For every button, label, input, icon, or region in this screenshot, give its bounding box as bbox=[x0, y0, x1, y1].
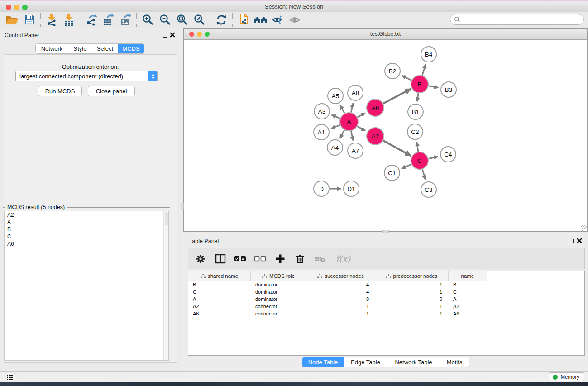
tab-mcds[interactable]: MCDS bbox=[118, 44, 144, 53]
table-cell[interactable]: 1 bbox=[375, 281, 449, 288]
graph-edge-C-C4[interactable] bbox=[429, 157, 438, 159]
graph-node-B1[interactable]: B1 bbox=[408, 104, 423, 119]
graph-node-C3[interactable]: C3 bbox=[421, 182, 436, 197]
window-resize-grip[interactable] bbox=[581, 225, 587, 231]
graph-node-A2[interactable]: A2 bbox=[367, 128, 384, 145]
graph-edge-A-A8[interactable] bbox=[351, 103, 354, 113]
column-header-predecessor-nodes[interactable]: predecessor nodes bbox=[375, 271, 449, 281]
task-history-button[interactable] bbox=[5, 373, 15, 381]
network-canvas[interactable]: B4B2BB3A8A5A6B1A3AC2A1A2A4A7C4CC1C3DD1 bbox=[184, 40, 587, 231]
table-cell[interactable]: connector bbox=[251, 310, 306, 317]
result-list-scrollbar[interactable] bbox=[163, 211, 168, 360]
graph-node-A3[interactable]: A3 bbox=[314, 104, 330, 119]
table-row[interactable]: Cdominator41C bbox=[188, 288, 584, 295]
table-tab-edge-table[interactable]: Edge Table bbox=[344, 357, 387, 367]
table-cell[interactable]: 4 bbox=[306, 281, 375, 288]
table-cell[interactable]: B bbox=[188, 281, 251, 288]
scrollbar-thumb[interactable] bbox=[165, 212, 168, 226]
table-cell[interactable]: 1 bbox=[306, 310, 375, 317]
table-cell[interactable]: 1 bbox=[306, 303, 375, 310]
show-graphics-details-button[interactable] bbox=[287, 13, 304, 27]
result-list-item[interactable]: B bbox=[5, 226, 168, 233]
graph-node-D1[interactable]: D1 bbox=[344, 181, 359, 196]
table-tab-motifs[interactable]: Motifs bbox=[440, 357, 469, 367]
table-cell[interactable]: dominator bbox=[251, 281, 306, 288]
graph-node-C[interactable]: C bbox=[411, 152, 428, 169]
zoom-in-button[interactable] bbox=[139, 13, 156, 27]
graph-edge-A-A2[interactable] bbox=[357, 126, 365, 131]
graph-edge-A-A6[interactable] bbox=[358, 113, 366, 117]
graph-node-A4[interactable]: A4 bbox=[327, 140, 343, 155]
search-field[interactable] bbox=[450, 14, 584, 25]
graph-edge-A2-C[interactable] bbox=[383, 141, 411, 156]
table-tab-node-table[interactable]: Node Table bbox=[302, 357, 344, 367]
select-all-columns-button[interactable] bbox=[234, 252, 247, 266]
import-table-button[interactable] bbox=[60, 13, 77, 27]
graph-node-C2[interactable]: C2 bbox=[407, 124, 423, 139]
import-network-button[interactable] bbox=[43, 13, 60, 27]
close-panel-icon[interactable] bbox=[170, 32, 175, 38]
column-header-successor-nodes[interactable]: successor nodes bbox=[306, 271, 375, 281]
result-list-item[interactable]: A6 bbox=[5, 240, 168, 248]
column-header-shared-name[interactable]: shared name bbox=[188, 271, 251, 281]
network-from-selection-button[interactable] bbox=[235, 13, 252, 27]
delete-table-button[interactable] bbox=[313, 252, 327, 266]
float-panel-icon[interactable] bbox=[163, 33, 167, 38]
split-columns-button[interactable] bbox=[214, 252, 227, 266]
graph-edge-A-A3[interactable] bbox=[332, 115, 340, 118]
graph-node-A8[interactable]: A8 bbox=[348, 85, 363, 100]
zoom-fit-button[interactable] bbox=[173, 13, 191, 27]
column-header-name[interactable]: name bbox=[449, 271, 487, 281]
table-cell[interactable]: 1 bbox=[375, 288, 449, 295]
vertical-split-handle[interactable] bbox=[181, 203, 184, 209]
close-table-panel-icon[interactable] bbox=[577, 238, 582, 244]
result-list-item[interactable]: A2 bbox=[5, 211, 168, 219]
graph-node-B[interactable]: B bbox=[411, 76, 428, 93]
table-cell[interactable]: A6 bbox=[449, 310, 487, 317]
result-list-item[interactable]: C bbox=[5, 233, 168, 240]
graph-node-B3[interactable]: B3 bbox=[441, 82, 456, 97]
table-cell[interactable]: A2 bbox=[188, 303, 251, 310]
table-cell[interactable]: 8 bbox=[306, 295, 375, 303]
horizontal-split-handle[interactable] bbox=[382, 230, 389, 233]
result-list-item[interactable]: A bbox=[5, 219, 168, 226]
unselect-all-columns-button[interactable] bbox=[253, 252, 267, 266]
table-row[interactable]: A6connector11A6 bbox=[188, 310, 584, 317]
zoom-selected-button[interactable] bbox=[191, 13, 208, 27]
tab-network[interactable]: Network bbox=[36, 44, 68, 53]
graph-edge-A-A4[interactable] bbox=[340, 130, 344, 138]
graph-node-C1[interactable]: C1 bbox=[384, 165, 400, 181]
graph-edge-C-C1[interactable] bbox=[402, 164, 411, 169]
graph-edge-A-A7[interactable] bbox=[351, 131, 354, 141]
graph-edge-A-A5[interactable] bbox=[340, 105, 345, 113]
graph-edge-B-B2[interactable] bbox=[402, 76, 411, 80]
graph-edge-A-A1[interactable] bbox=[331, 125, 340, 129]
delete-columns-button[interactable] bbox=[293, 252, 307, 266]
table-cell[interactable]: dominator bbox=[251, 288, 306, 295]
graph-node-D[interactable]: D bbox=[314, 181, 329, 196]
table-cell[interactable]: connector bbox=[251, 303, 306, 310]
table-cell[interactable]: C bbox=[188, 288, 251, 295]
graph-edge-B-B4[interactable] bbox=[422, 64, 426, 76]
export-table-button[interactable] bbox=[100, 13, 117, 27]
export-network-button[interactable] bbox=[82, 13, 100, 27]
network-window-titlebar[interactable]: testGlobe.txt bbox=[184, 29, 587, 40]
graph-node-B2[interactable]: B2 bbox=[385, 63, 400, 79]
memory-button[interactable]: Memory bbox=[549, 372, 584, 381]
run-mcds-button[interactable]: Run MCDS bbox=[38, 86, 82, 96]
table-cell[interactable]: C bbox=[449, 288, 487, 295]
function-builder-button[interactable]: f(x) bbox=[333, 252, 353, 266]
add-column-button[interactable] bbox=[273, 252, 287, 266]
graph-node-A1[interactable]: A1 bbox=[314, 124, 329, 140]
export-image-button[interactable] bbox=[117, 13, 134, 27]
save-session-button[interactable] bbox=[21, 13, 38, 27]
graph-edge-A6-B[interactable] bbox=[383, 89, 411, 103]
table-cell[interactable]: A6 bbox=[188, 310, 251, 317]
tab-select[interactable]: Select bbox=[92, 44, 118, 53]
float-table-panel-icon[interactable] bbox=[569, 239, 574, 243]
table-cell[interactable]: A bbox=[449, 295, 487, 303]
table-row[interactable]: A2connector11A2 bbox=[188, 303, 584, 310]
graph-node-A6[interactable]: A6 bbox=[367, 99, 384, 116]
table-cell[interactable]: 1 bbox=[375, 303, 449, 310]
refresh-layout-button[interactable] bbox=[213, 13, 230, 27]
